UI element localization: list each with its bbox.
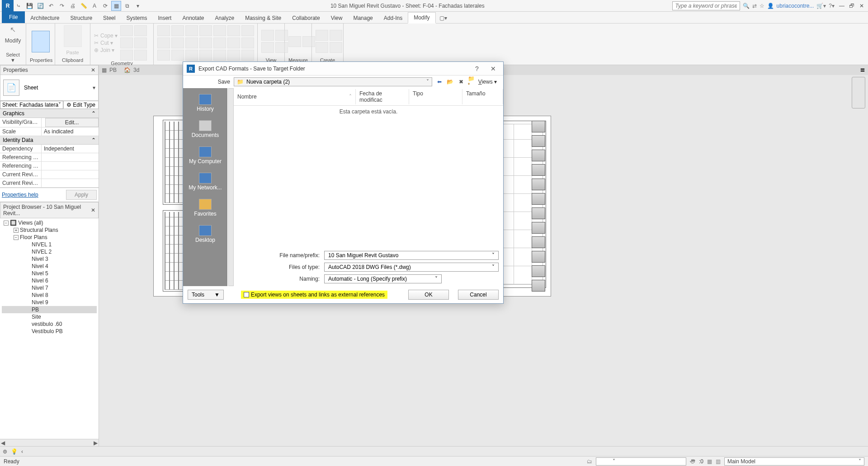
col-size[interactable]: Tamaño	[462, 89, 503, 104]
type-dropdown-icon[interactable]: ▾	[93, 85, 95, 91]
tree-nivel6[interactable]: Nivel 6	[2, 277, 97, 284]
tab-modify[interactable]: Modify	[408, 12, 435, 24]
exchange-icon[interactable]: 🛒▾	[816, 3, 826, 9]
favorite-icon[interactable]: ☆	[760, 3, 764, 9]
close-icon[interactable]: ✕	[857, 1, 866, 10]
select-count-icon[interactable]: 🖑	[690, 458, 695, 465]
switch-view-icon[interactable]: ▾	[133, 1, 143, 11]
join-button[interactable]: ⊕ Join ▾	[94, 47, 118, 53]
type-name[interactable]: Sheet	[24, 85, 88, 91]
col-name[interactable]: Nombre˄	[234, 89, 356, 104]
tab-view[interactable]: View	[326, 13, 348, 23]
doc-tab-3d[interactable]: 🏠 3d	[124, 67, 139, 73]
restore-icon[interactable]: 🗗	[847, 1, 856, 10]
search-icon[interactable]: 🔍	[743, 3, 750, 9]
tree-nivel9[interactable]: Nivel 9	[2, 299, 97, 306]
modify-button[interactable]: Modify	[3, 37, 23, 45]
category-graphics[interactable]: Graphics⌃	[0, 109, 99, 118]
username[interactable]: ubriacocontre...	[777, 3, 814, 9]
revit-logo[interactable]: R	[2, 0, 14, 12]
tree-nivel1[interactable]: NIVEL 1	[2, 241, 97, 248]
tab-addins[interactable]: Add-Ins	[378, 13, 408, 23]
tree-vestibulo60[interactable]: vestibulo .60	[2, 320, 97, 328]
place-favorites[interactable]: Favorites	[183, 195, 227, 221]
place-history[interactable]: History	[183, 90, 227, 116]
cut-button[interactable]: ✂ Cut ▾	[94, 40, 118, 46]
tab-file[interactable]: File	[2, 11, 25, 23]
col-date[interactable]: Fecha de modificac	[356, 89, 409, 104]
file-list[interactable]: Nombre˄ Fecha de modificac Tipo Tamaño E…	[234, 88, 503, 286]
left-scrollbar[interactable]: ◀▶	[0, 439, 99, 446]
delete-icon[interactable]: ✖	[457, 77, 466, 86]
up-folder-icon[interactable]: 📂	[446, 77, 455, 86]
tools-button[interactable]: Tools▼	[188, 290, 224, 300]
close-views-icon[interactable]: ⧉	[122, 1, 132, 11]
paste-button[interactable]	[64, 25, 82, 47]
tab-context-icon[interactable]: ▢▾	[436, 13, 451, 23]
tree-nivel2[interactable]: NIVEL 2	[2, 248, 97, 255]
tree-site[interactable]: Site	[2, 313, 97, 320]
project-browser-tree[interactable]: −🔲 Views (all) +Structural Plans −Floor …	[0, 218, 99, 439]
help-icon[interactable]: ?▾	[829, 3, 835, 9]
tree-nivel4[interactable]: Nivel 4	[2, 263, 97, 270]
reload-icon[interactable]: ⟳	[100, 1, 110, 11]
place-computer[interactable]: My Computer	[183, 142, 227, 169]
doc-tabs-menu-icon[interactable]: 〓	[860, 66, 865, 74]
tab-collaborate[interactable]: Collaborate	[287, 13, 325, 23]
cancel-button[interactable]: Cancel	[458, 290, 499, 300]
modify-cursor-icon[interactable]: ↖	[10, 25, 16, 34]
places-scrollbar[interactable]	[228, 88, 234, 286]
doc-tab-pb[interactable]: ▦ PB	[102, 67, 117, 73]
tab-systems[interactable]: Systems	[121, 13, 152, 23]
tree-nivel5[interactable]: Nivel 5	[2, 270, 97, 277]
lightbulb-icon[interactable]: 💡	[11, 448, 18, 455]
active-workset-combo[interactable]: ˅	[596, 457, 686, 466]
col-type[interactable]: Tipo	[409, 89, 462, 104]
tree-vestibulopb[interactable]: Vestíbulo PB	[2, 328, 97, 335]
properties-help-link[interactable]: Properties help	[2, 192, 38, 198]
text-icon[interactable]: A	[90, 1, 99, 11]
back-icon[interactable]: ⬅	[435, 77, 444, 86]
place-documents[interactable]: Documents	[183, 116, 227, 142]
category-identity[interactable]: Identity Data⌃	[0, 136, 99, 145]
folder-combo[interactable]: 📁 Nueva carpeta (2) ˅	[234, 77, 432, 86]
open-icon[interactable]: ⤷	[14, 1, 24, 11]
scale-value[interactable]: As indicated	[42, 127, 99, 136]
tab-steel[interactable]: Steel	[98, 13, 121, 23]
dialog-close-icon[interactable]: ✕	[487, 65, 500, 72]
export-xref-checkbox[interactable]: Export views on sheets and links as exte…	[241, 291, 387, 299]
cope-button[interactable]: ✂ Cope ▾	[94, 33, 118, 39]
worksharing-icon[interactable]: ⊚	[3, 448, 7, 455]
navigation-bar[interactable]	[852, 77, 865, 108]
filename-input[interactable]: 10 San Miguel Revit Gustavo˅	[324, 251, 499, 260]
sync-icon[interactable]: 🔄	[35, 1, 45, 11]
tree-pb[interactable]: PB	[2, 306, 97, 313]
new-folder-icon[interactable]: 📁*	[467, 77, 476, 86]
naming-combo[interactable]: Automatic - Long (Specify prefix)˅	[324, 274, 442, 283]
tab-architecture[interactable]: Architecture	[25, 13, 65, 23]
user-icon[interactable]: 👤	[767, 3, 774, 9]
filter2-icon[interactable]: ▥	[716, 458, 721, 465]
tab-manage[interactable]: Manage	[348, 13, 378, 23]
save-icon[interactable]: 💾	[24, 1, 34, 11]
search-input[interactable]	[672, 1, 740, 10]
worksets-icon[interactable]: 🗂	[587, 458, 592, 465]
measure-icon[interactable]: 📏	[79, 1, 89, 11]
place-desktop[interactable]: Desktop	[183, 221, 227, 247]
filetype-combo[interactable]: AutoCAD 2018 DWG Files (*.dwg)˅	[324, 263, 499, 272]
tab-structure[interactable]: Structure	[65, 13, 98, 23]
tree-nivel7[interactable]: Nivel 7	[2, 284, 97, 292]
print-icon[interactable]: 🖨	[68, 1, 78, 11]
vg-edit-button[interactable]: Edit...	[45, 118, 99, 127]
apply-button[interactable]: Apply	[66, 190, 97, 200]
ok-button[interactable]: OK	[408, 290, 449, 300]
select-panel-label[interactable]: Select ▼	[4, 52, 22, 63]
tree-nivel3[interactable]: Nivel 3	[2, 255, 97, 263]
properties-button[interactable]	[32, 31, 50, 52]
tab-analyze[interactable]: Analyze	[210, 13, 240, 23]
instance-selector[interactable]: Sheet: Fachadas latera˅	[0, 101, 63, 109]
filter-icon[interactable]: ▦	[707, 458, 712, 465]
views-menu[interactable]: Views ▾	[478, 79, 497, 85]
place-network[interactable]: My Network...	[183, 169, 227, 195]
tab-massing[interactable]: Massing & Site	[240, 13, 287, 23]
